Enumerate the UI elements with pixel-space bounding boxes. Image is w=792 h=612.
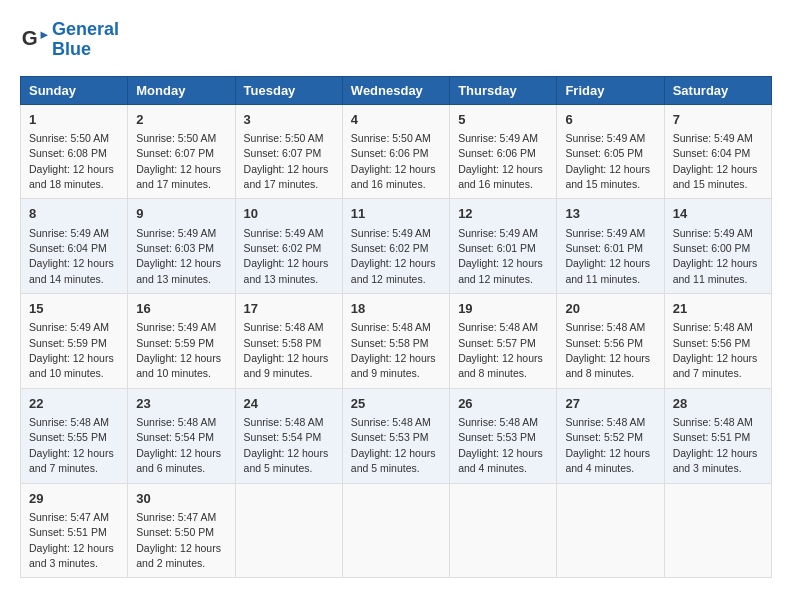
day-of-week-header: Tuesday <box>235 76 342 104</box>
svg-text:G: G <box>22 26 38 49</box>
day-number: 5 <box>458 111 548 129</box>
day-info: Sunrise: 5:49 AMSunset: 6:00 PMDaylight:… <box>673 227 758 285</box>
calendar-table: SundayMondayTuesdayWednesdayThursdayFrid… <box>20 76 772 579</box>
day-info: Sunrise: 5:47 AMSunset: 5:51 PMDaylight:… <box>29 511 114 569</box>
day-number: 4 <box>351 111 441 129</box>
day-info: Sunrise: 5:48 AMSunset: 5:53 PMDaylight:… <box>351 416 436 474</box>
calendar-day-cell: 7 Sunrise: 5:49 AMSunset: 6:04 PMDayligh… <box>664 104 771 199</box>
calendar-day-cell <box>664 483 771 578</box>
day-of-week-header: Wednesday <box>342 76 449 104</box>
day-number: 13 <box>565 205 655 223</box>
calendar-week-row: 15 Sunrise: 5:49 AMSunset: 5:59 PMDaylig… <box>21 294 772 389</box>
day-info: Sunrise: 5:50 AMSunset: 6:07 PMDaylight:… <box>136 132 221 190</box>
calendar-day-cell: 29 Sunrise: 5:47 AMSunset: 5:51 PMDaylig… <box>21 483 128 578</box>
day-of-week-header: Monday <box>128 76 235 104</box>
day-info: Sunrise: 5:49 AMSunset: 6:01 PMDaylight:… <box>565 227 650 285</box>
day-of-week-header: Saturday <box>664 76 771 104</box>
calendar-day-cell <box>557 483 664 578</box>
day-info: Sunrise: 5:48 AMSunset: 5:53 PMDaylight:… <box>458 416 543 474</box>
day-info: Sunrise: 5:49 AMSunset: 6:04 PMDaylight:… <box>29 227 114 285</box>
calendar-day-cell: 22 Sunrise: 5:48 AMSunset: 5:55 PMDaylig… <box>21 388 128 483</box>
day-info: Sunrise: 5:48 AMSunset: 5:54 PMDaylight:… <box>136 416 221 474</box>
day-number: 21 <box>673 300 763 318</box>
day-info: Sunrise: 5:48 AMSunset: 5:55 PMDaylight:… <box>29 416 114 474</box>
svg-marker-1 <box>41 31 48 38</box>
calendar-week-row: 1 Sunrise: 5:50 AMSunset: 6:08 PMDayligh… <box>21 104 772 199</box>
day-info: Sunrise: 5:48 AMSunset: 5:56 PMDaylight:… <box>565 321 650 379</box>
day-info: Sunrise: 5:49 AMSunset: 6:06 PMDaylight:… <box>458 132 543 190</box>
calendar-day-cell: 14 Sunrise: 5:49 AMSunset: 6:00 PMDaylig… <box>664 199 771 294</box>
day-info: Sunrise: 5:50 AMSunset: 6:08 PMDaylight:… <box>29 132 114 190</box>
calendar-day-cell: 20 Sunrise: 5:48 AMSunset: 5:56 PMDaylig… <box>557 294 664 389</box>
page-header: G General Blue <box>20 20 772 60</box>
day-number: 26 <box>458 395 548 413</box>
calendar-day-cell: 4 Sunrise: 5:50 AMSunset: 6:06 PMDayligh… <box>342 104 449 199</box>
calendar-day-cell: 21 Sunrise: 5:48 AMSunset: 5:56 PMDaylig… <box>664 294 771 389</box>
day-info: Sunrise: 5:49 AMSunset: 6:04 PMDaylight:… <box>673 132 758 190</box>
calendar-day-cell: 18 Sunrise: 5:48 AMSunset: 5:58 PMDaylig… <box>342 294 449 389</box>
day-info: Sunrise: 5:47 AMSunset: 5:50 PMDaylight:… <box>136 511 221 569</box>
day-number: 28 <box>673 395 763 413</box>
day-number: 12 <box>458 205 548 223</box>
calendar-header-row: SundayMondayTuesdayWednesdayThursdayFrid… <box>21 76 772 104</box>
logo-icon: G <box>20 26 48 54</box>
day-number: 25 <box>351 395 441 413</box>
day-info: Sunrise: 5:48 AMSunset: 5:57 PMDaylight:… <box>458 321 543 379</box>
day-number: 27 <box>565 395 655 413</box>
day-info: Sunrise: 5:49 AMSunset: 6:03 PMDaylight:… <box>136 227 221 285</box>
calendar-day-cell: 16 Sunrise: 5:49 AMSunset: 5:59 PMDaylig… <box>128 294 235 389</box>
day-info: Sunrise: 5:49 AMSunset: 6:01 PMDaylight:… <box>458 227 543 285</box>
calendar-day-cell: 5 Sunrise: 5:49 AMSunset: 6:06 PMDayligh… <box>450 104 557 199</box>
calendar-week-row: 22 Sunrise: 5:48 AMSunset: 5:55 PMDaylig… <box>21 388 772 483</box>
day-number: 2 <box>136 111 226 129</box>
day-info: Sunrise: 5:49 AMSunset: 6:02 PMDaylight:… <box>351 227 436 285</box>
day-number: 9 <box>136 205 226 223</box>
day-info: Sunrise: 5:50 AMSunset: 6:07 PMDaylight:… <box>244 132 329 190</box>
calendar-week-row: 8 Sunrise: 5:49 AMSunset: 6:04 PMDayligh… <box>21 199 772 294</box>
day-info: Sunrise: 5:50 AMSunset: 6:06 PMDaylight:… <box>351 132 436 190</box>
calendar-day-cell: 13 Sunrise: 5:49 AMSunset: 6:01 PMDaylig… <box>557 199 664 294</box>
calendar-day-cell <box>342 483 449 578</box>
day-info: Sunrise: 5:48 AMSunset: 5:58 PMDaylight:… <box>351 321 436 379</box>
day-number: 7 <box>673 111 763 129</box>
day-number: 30 <box>136 490 226 508</box>
logo-text: General Blue <box>52 20 119 60</box>
calendar-day-cell: 15 Sunrise: 5:49 AMSunset: 5:59 PMDaylig… <box>21 294 128 389</box>
calendar-day-cell: 6 Sunrise: 5:49 AMSunset: 6:05 PMDayligh… <box>557 104 664 199</box>
calendar-day-cell: 3 Sunrise: 5:50 AMSunset: 6:07 PMDayligh… <box>235 104 342 199</box>
day-info: Sunrise: 5:48 AMSunset: 5:52 PMDaylight:… <box>565 416 650 474</box>
day-number: 15 <box>29 300 119 318</box>
day-number: 23 <box>136 395 226 413</box>
day-info: Sunrise: 5:48 AMSunset: 5:58 PMDaylight:… <box>244 321 329 379</box>
calendar-day-cell: 17 Sunrise: 5:48 AMSunset: 5:58 PMDaylig… <box>235 294 342 389</box>
day-info: Sunrise: 5:48 AMSunset: 5:51 PMDaylight:… <box>673 416 758 474</box>
calendar-day-cell: 27 Sunrise: 5:48 AMSunset: 5:52 PMDaylig… <box>557 388 664 483</box>
day-number: 10 <box>244 205 334 223</box>
day-of-week-header: Thursday <box>450 76 557 104</box>
day-of-week-header: Sunday <box>21 76 128 104</box>
calendar-day-cell: 1 Sunrise: 5:50 AMSunset: 6:08 PMDayligh… <box>21 104 128 199</box>
day-number: 18 <box>351 300 441 318</box>
calendar-day-cell: 10 Sunrise: 5:49 AMSunset: 6:02 PMDaylig… <box>235 199 342 294</box>
day-number: 16 <box>136 300 226 318</box>
calendar-day-cell: 9 Sunrise: 5:49 AMSunset: 6:03 PMDayligh… <box>128 199 235 294</box>
day-info: Sunrise: 5:49 AMSunset: 6:02 PMDaylight:… <box>244 227 329 285</box>
day-number: 22 <box>29 395 119 413</box>
day-info: Sunrise: 5:49 AMSunset: 5:59 PMDaylight:… <box>29 321 114 379</box>
day-info: Sunrise: 5:49 AMSunset: 6:05 PMDaylight:… <box>565 132 650 190</box>
day-number: 3 <box>244 111 334 129</box>
day-number: 20 <box>565 300 655 318</box>
calendar-day-cell <box>235 483 342 578</box>
day-number: 24 <box>244 395 334 413</box>
day-number: 11 <box>351 205 441 223</box>
day-info: Sunrise: 5:48 AMSunset: 5:54 PMDaylight:… <box>244 416 329 474</box>
day-info: Sunrise: 5:49 AMSunset: 5:59 PMDaylight:… <box>136 321 221 379</box>
calendar-week-row: 29 Sunrise: 5:47 AMSunset: 5:51 PMDaylig… <box>21 483 772 578</box>
logo: G General Blue <box>20 20 119 60</box>
calendar-day-cell: 19 Sunrise: 5:48 AMSunset: 5:57 PMDaylig… <box>450 294 557 389</box>
calendar-day-cell: 8 Sunrise: 5:49 AMSunset: 6:04 PMDayligh… <box>21 199 128 294</box>
day-number: 8 <box>29 205 119 223</box>
calendar-day-cell: 24 Sunrise: 5:48 AMSunset: 5:54 PMDaylig… <box>235 388 342 483</box>
calendar-day-cell: 2 Sunrise: 5:50 AMSunset: 6:07 PMDayligh… <box>128 104 235 199</box>
calendar-day-cell: 25 Sunrise: 5:48 AMSunset: 5:53 PMDaylig… <box>342 388 449 483</box>
